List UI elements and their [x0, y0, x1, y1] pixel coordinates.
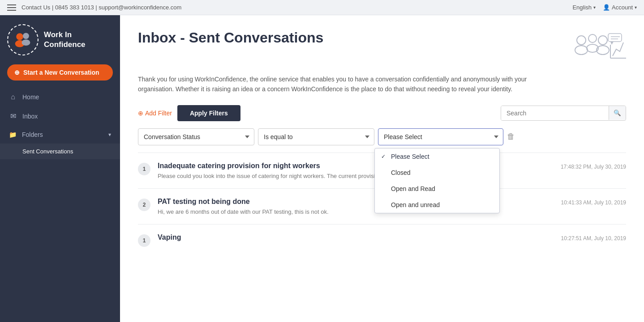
conversation-number: 1 [138, 234, 150, 247]
svg-marker-13 [610, 42, 614, 45]
new-conversation-label: Start a New Conversation [23, 69, 99, 76]
main-description: Thank you for using WorkInConfidence, th… [138, 74, 541, 94]
sidebar-item-folders[interactable]: 📁 Folders ▾ [0, 126, 120, 144]
topbar-right: English ▾ 👤 Account ▾ [572, 4, 637, 11]
dropdown-option-open-unread[interactable]: Open and unread [375, 197, 499, 213]
svg-point-5 [575, 46, 588, 55]
svg-point-9 [597, 46, 609, 55]
svg-point-6 [588, 34, 597, 42]
folders-icon: 📁 [9, 131, 17, 138]
sidebar-item-home[interactable]: ⌂ Home [0, 88, 120, 106]
topbar-left: Contact Us | 0845 383 1013 | support@wor… [7, 4, 181, 11]
language-label: English [572, 4, 592, 11]
sidebar-logo: Work InConfidence [0, 15, 120, 63]
apply-filters-button[interactable]: Apply Filters [177, 105, 240, 121]
dropdown-option-label: Closed [391, 169, 411, 176]
language-selector[interactable]: English ▾ [572, 4, 596, 11]
conversation-number: 1 [138, 163, 150, 175]
main-header: Inbox - Sent Conversations [138, 30, 626, 67]
folders-row-left: 📁 Folders [9, 131, 43, 138]
account-label: Account [612, 4, 633, 11]
svg-point-3 [21, 39, 30, 46]
dropdown-option-label: Open and Read [391, 185, 435, 192]
start-new-conversation-button[interactable]: ⊕ Start a New Conversation [7, 64, 113, 80]
add-filter-label: Add Filter [145, 110, 172, 117]
filter-value-select[interactable]: Please Select Closed Open and Read Open … [378, 128, 503, 145]
filter-field-select[interactable]: Conversation Status [138, 128, 254, 145]
sidebar: Work InConfidence ⊕ Start a New Conversa… [0, 15, 120, 322]
filter-dropdown: ✓ Please Select Closed Open and Read Ope… [374, 148, 500, 213]
inbox-icon: ✉ [9, 112, 17, 120]
plus-icon: ⊕ [14, 69, 20, 76]
sent-conversations-label: Sent Conversations [22, 148, 73, 155]
sidebar-item-inbox[interactable]: ✉ Inbox [0, 106, 120, 126]
checkmark-icon: ✓ [381, 153, 387, 160]
sidebar-nav: ⌂ Home ✉ Inbox 📁 Folders ▾ Sent Conversa… [0, 88, 120, 322]
svg-point-8 [598, 36, 607, 45]
dropdown-option-please-select[interactable]: ✓ Please Select [375, 148, 499, 165]
sidebar-item-sent-conversations[interactable]: Sent Conversations [0, 144, 120, 159]
add-filter-button[interactable]: ⊕ Add Filter [138, 110, 172, 117]
search-icon: 🔍 [614, 110, 621, 116]
sidebar-item-inbox-label: Inbox [22, 113, 38, 120]
main-inner: Inbox - Sent Conversations [120, 15, 644, 267]
svg-rect-12 [608, 34, 622, 42]
layout: Work InConfidence ⊕ Start a New Conversa… [0, 15, 644, 322]
logo-circle [7, 24, 39, 55]
dropdown-option-label: Please Select [391, 153, 429, 160]
sidebar-item-home-label: Home [22, 93, 39, 101]
main-content: Inbox - Sent Conversations [120, 15, 644, 322]
filter-bar: ⊕ Add Filter Apply Filters 🔍 [138, 105, 626, 121]
logo-illustration [11, 28, 34, 51]
header-illustration [568, 31, 626, 67]
contact-info: Contact Us | 0845 383 1013 | support@wor… [21, 4, 181, 11]
filter-operator-select[interactable]: Is equal to [258, 128, 374, 145]
account-menu[interactable]: 👤 Account ▾ [603, 4, 637, 11]
dropdown-option-closed[interactable]: Closed [375, 165, 499, 181]
folders-chevron-icon: ▾ [108, 131, 111, 138]
account-chevron-icon: ▾ [635, 5, 637, 10]
language-chevron-icon: ▾ [593, 5, 596, 10]
hamburger-menu-icon[interactable] [7, 4, 16, 11]
search-input[interactable] [501, 106, 609, 120]
conversation-time: 10:27:51 AM, July 10, 2019 [561, 235, 626, 242]
delete-filter-button[interactable]: 🗑 [503, 132, 519, 141]
dropdown-option-open-read[interactable]: Open and Read [375, 181, 499, 197]
add-icon: ⊕ [138, 110, 143, 117]
svg-point-0 [16, 33, 23, 40]
conversation-body: Vaping [158, 233, 554, 244]
search-box: 🔍 [501, 106, 626, 121]
account-icon: 👤 [603, 4, 610, 11]
home-icon: ⌂ [9, 93, 17, 101]
conversation-title: Vaping [158, 233, 554, 242]
filter-row: Conversation Status Is equal to Please S… [138, 128, 626, 145]
sidebar-item-folders-label: Folders [22, 131, 43, 138]
search-button[interactable]: 🔍 [609, 106, 626, 120]
topbar: Contact Us | 0845 383 1013 | support@wor… [0, 0, 644, 15]
conversation-time: 17:48:32 PM, July 30, 2019 [561, 164, 626, 170]
svg-point-4 [577, 36, 586, 45]
page-title: Inbox - Sent Conversations [138, 30, 323, 46]
conversation-time: 10:41:33 AM, July 10, 2019 [561, 199, 626, 206]
dropdown-option-label: Open and unread [391, 201, 440, 208]
logo-text: Work InConfidence [44, 30, 86, 50]
svg-point-2 [23, 33, 29, 39]
conversation-item[interactable]: 1 Vaping 10:27:51 AM, July 10, 2019 [138, 224, 626, 256]
conversation-number: 2 [138, 199, 150, 211]
